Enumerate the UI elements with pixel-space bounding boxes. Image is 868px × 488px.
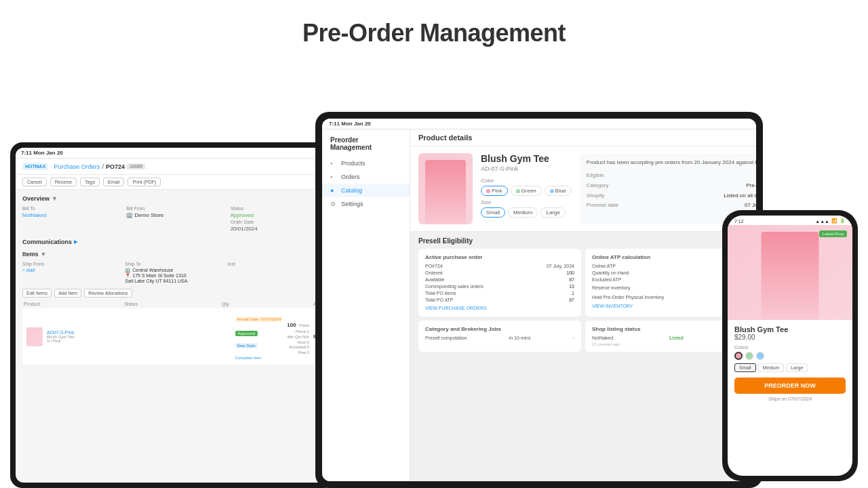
- mt-presell-computation-row: Presell computation in 10 mins ›: [425, 336, 574, 340]
- mt-category-row: Category Pre-order ✓: [587, 182, 756, 188]
- mt-promise-date-row: Promise date 07 July, 2024: [587, 202, 756, 208]
- mt-color-group: Color Pink Green: [481, 178, 572, 196]
- email-button[interactable]: Email: [103, 178, 125, 186]
- catalog-icon: ●: [330, 187, 337, 194]
- lt-actions: Cancel Receive Tags Email Print (PDF): [16, 175, 330, 190]
- table-row: AD07-S-Pink Blush Gym Tee S / Pink Arriv…: [22, 308, 323, 365]
- ph-content: Blush Gym Tee $29.00 Colors Small Medium…: [728, 320, 852, 476]
- lt-bill-row: Bill To NotNaked Bill From 🏢 Demo Store …: [22, 206, 323, 232]
- color-chip-pink[interactable]: Pink: [481, 186, 508, 196]
- lt-product-sku[interactable]: AD07-S-Pink: [47, 330, 231, 335]
- mt-color-chips: Pink Green Blue: [481, 186, 572, 196]
- mt-total-po-items-row: Total PO items 1: [425, 291, 574, 296]
- ph-size-small[interactable]: Small: [734, 363, 756, 372]
- mt-excluded-atp-row: Excluded ATP 0: [592, 277, 741, 282]
- mt-reserve-row: Reserve inventory: [592, 284, 741, 291]
- lt-status-field: Status Approved Order Date 20/01/2024: [231, 206, 323, 232]
- lt-breadcrumb-link[interactable]: Purchase Orders: [54, 163, 100, 170]
- sidebar-item-products[interactable]: ▪ Products: [322, 157, 410, 170]
- lt-po-badge: 10085: [127, 163, 145, 169]
- latest-drop-badge: Latest Drop: [819, 230, 847, 237]
- mt-product-image: [418, 153, 473, 224]
- size-chip-medium[interactable]: Medium: [508, 207, 538, 218]
- lt-bill-from: Bill From 🏢 Demo Store: [126, 206, 219, 232]
- mt-time: 7:11 Mon Jan 20: [329, 121, 371, 127]
- mt-size-group: Size Small Medium Large: [481, 199, 572, 218]
- lt-breadcrumb: Purchase Orders / PO724 10085: [54, 163, 145, 170]
- edit-items-button[interactable]: Edit Items: [22, 289, 52, 298]
- orders-icon: ▪: [330, 174, 337, 180]
- cancel-button[interactable]: Cancel: [22, 178, 47, 186]
- arrival-date-badge: Arrival Date: 07/07/2024: [235, 317, 283, 322]
- lt-items-section: Items ▼ Ship From + Add Ship To 🏢 Centra…: [22, 251, 323, 365]
- mt-product-sku: AD-07-S-Pink: [481, 165, 572, 172]
- mt-online-atp-row: Online ATP 0: [592, 264, 741, 268]
- tablet-main-screen: 7:11 Mon Jan 20 Preorder Management ▪ Pr…: [322, 119, 756, 481]
- lt-status-col: Arrival Date: 07/07/2024 Approved New St…: [235, 311, 283, 362]
- review-allocations-button[interactable]: Review Allocations: [84, 289, 132, 298]
- mt-shopify-value: Listed on all stores ✓: [724, 192, 756, 199]
- ph-product-name: Blush Gym Tee: [734, 325, 846, 333]
- lt-bill-to: Bill To NotNaked: [22, 206, 115, 232]
- view-inventory-link[interactable]: VIEW INVENTORY: [592, 304, 633, 311]
- mt-corresponding-row: Corresponding sales orders 13: [425, 284, 574, 289]
- mt-topbar: 7:11 Mon Jan 20: [322, 119, 756, 129]
- mt-sidebar-title: Preorder Management: [322, 136, 410, 157]
- lt-logo: HOTMAX: [22, 163, 48, 170]
- sidebar-item-orders[interactable]: ▪ Orders: [322, 170, 410, 184]
- sidebar-item-settings[interactable]: ⚙ Settings: [322, 197, 410, 211]
- lt-table-header: Product Status Qty ATP: [22, 302, 323, 306]
- sidebar-item-catalog[interactable]: ● Catalog: [322, 184, 410, 197]
- ph-color-pink[interactable]: [734, 352, 743, 360]
- presell-arrow-icon[interactable]: ›: [573, 336, 574, 340]
- ph-size-large[interactable]: Large: [786, 363, 808, 372]
- mt-shop-time: 12 minutes ago: [592, 342, 741, 346]
- mt-cards-grid: Active purchase order PO#724 07 July, 20…: [418, 249, 748, 352]
- lt-status-value: Approved: [231, 212, 323, 218]
- receive-button[interactable]: Receive: [50, 178, 77, 186]
- lt-time: 7:11 Mon Jan 20: [21, 150, 63, 156]
- phone-right: 7:12 ▲▲▲ 📶 🔋 Latest Drop Blush Gym Tee $…: [722, 210, 858, 481]
- devices-container: 7:11 Mon Jan 20 HOTMAX Purchase Orders /…: [0, 68, 868, 488]
- size-chip-small[interactable]: Small: [481, 207, 505, 218]
- mt-size-chips: Small Medium Large: [481, 207, 572, 218]
- print-button[interactable]: Print (PDF): [127, 178, 161, 186]
- color-chip-blue[interactable]: Blue: [545, 186, 572, 196]
- mt-po-row: PO#724 07 July, 2024: [425, 264, 574, 268]
- lt-order-date: 20/01/2024: [231, 226, 323, 232]
- ph-size-medium[interactable]: Medium: [758, 363, 785, 372]
- lt-bill-to-link[interactable]: NotNaked: [22, 212, 115, 218]
- mt-qty-on-hand-row: Quantity on Hand 0: [592, 270, 741, 275]
- preorder-now-button[interactable]: PREORDER NOW: [734, 378, 846, 394]
- tablet-left: 7:11 Mon Jan 20 HOTMAX Purchase Orders /…: [10, 142, 336, 488]
- mt-sidebar: Preorder Management ▪ Products ▪ Orders …: [322, 129, 410, 481]
- page-title: Pre-Order Management: [0, 0, 868, 47]
- size-chip-large[interactable]: Large: [540, 207, 565, 218]
- new-style-tag: New Style: [235, 343, 258, 348]
- mt-available-row: Available 87: [425, 277, 574, 282]
- complete-item-link[interactable]: Complete Item: [235, 356, 262, 360]
- lt-ship-from-add[interactable]: + Add: [22, 268, 118, 272]
- mt-main: Product details Blush Gym Tee AD-07-S-Pi…: [410, 129, 756, 481]
- mt-total-po-atp-row: Total PO ATP 87: [425, 298, 574, 302]
- phone-screen: 7:12 ▲▲▲ 📶 🔋 Latest Drop Blush Gym Tee $…: [728, 216, 852, 476]
- lt-ship-to: Ship To 🏢 Central Warehouse 📍 175 S Main…: [125, 262, 220, 283]
- lt-product-info: AD07-S-Pink Blush Gym Tee S / Pink: [47, 330, 231, 343]
- tags-button[interactable]: Tags: [80, 178, 100, 186]
- lt-qty-col: 100 Piece Piece 1 Min Qty N/A Rost 0 Acc…: [287, 317, 309, 356]
- lt-header: HOTMAX Purchase Orders / PO724 10085: [16, 159, 330, 175]
- lt-content: Overview ▼ Bill To NotNaked Bill From 🏢 …: [16, 190, 330, 483]
- mt-info-desc: Product has been accepting pre-orders fr…: [587, 159, 756, 166]
- add-item-button[interactable]: Add Item: [54, 289, 81, 298]
- mt-presell-title: Presell Eligibility: [418, 237, 748, 245]
- color-chip-green[interactable]: Green: [511, 186, 542, 196]
- lt-inst: Inst: [228, 262, 323, 283]
- mt-promise-date-value: 07 July, 2024: [745, 202, 756, 208]
- ph-color-green[interactable]: [745, 352, 753, 360]
- mt-ordered-row: Ordered 100: [425, 270, 574, 275]
- view-purchase-orders-link[interactable]: VIEW PURCHASE ORDERS: [425, 306, 574, 310]
- ph-color-blue[interactable]: [756, 352, 764, 360]
- mt-card-apo: Active purchase order PO#724 07 July, 20…: [418, 249, 581, 317]
- lt-topbar: 7:11 Mon Jan 20: [16, 148, 330, 159]
- ph-colors-label: Colors: [734, 345, 846, 350]
